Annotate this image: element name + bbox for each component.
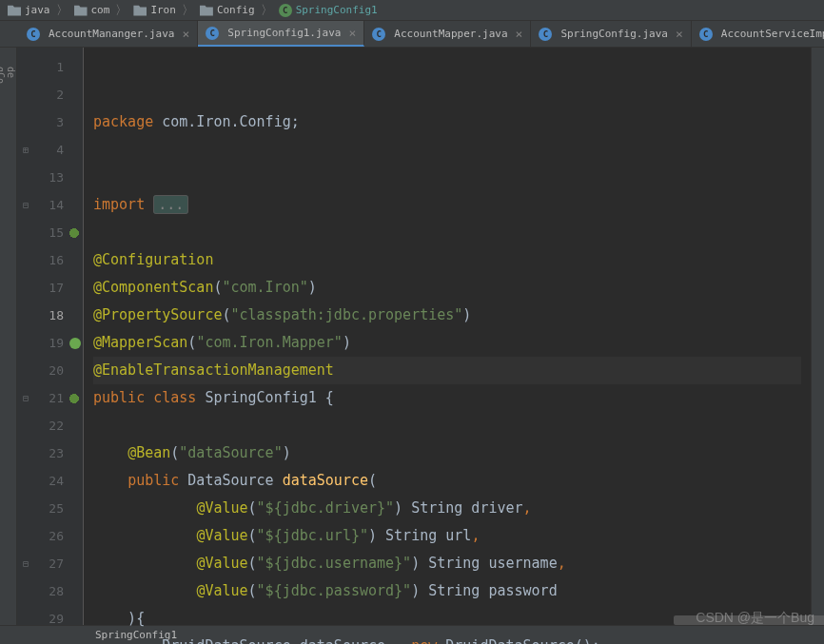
file-icon: C [206, 27, 219, 40]
line-number[interactable]: 28 [17, 577, 83, 605]
code-line[interactable]: @Bean("dataSource") [93, 439, 801, 467]
line-number[interactable]: 21⊟ [17, 384, 83, 412]
code-line[interactable]: @PropertySource("classpath:jdbc.properti… [93, 302, 801, 329]
code-token: ) [283, 444, 291, 461]
breadcrumb-separator: 〉 [56, 2, 69, 19]
code-line[interactable]: public DataSource dataSource( [93, 467, 801, 495]
code-token: ) [343, 334, 351, 351]
line-number[interactable]: 16 [17, 246, 83, 274]
code-line[interactable]: @Value("${jdbc.driver}") String driver, [93, 495, 801, 522]
bean-icon[interactable] [68, 226, 81, 240]
editor-tab[interactable]: CAccountMananger.java× [19, 21, 198, 47]
code-line[interactable] [93, 219, 801, 246]
code-line[interactable] [93, 136, 801, 164]
gutter: 1234⊞1314⊟15161718192021⊟222324252627⊟28… [17, 48, 84, 625]
close-icon[interactable]: × [516, 27, 523, 41]
code-line[interactable] [93, 164, 801, 191]
code-token: ( [248, 555, 257, 572]
code-editor[interactable]: package com.Iron.Config;import ...@Confi… [84, 48, 811, 625]
line-number[interactable]: 23 [17, 439, 83, 467]
close-icon[interactable]: × [676, 27, 683, 41]
code-token: @Configuration [93, 251, 213, 268]
line-number[interactable]: 15 [17, 219, 83, 246]
fold-icon[interactable]: ⊟ [17, 191, 29, 219]
tab-label: AccountMananger.java [49, 28, 174, 40]
breadcrumb-item[interactable]: Iron [129, 4, 180, 16]
code-token: ( [368, 472, 377, 489]
code-token: ; [291, 113, 300, 130]
line-number[interactable]: 26 [17, 522, 83, 550]
code-token: @Value [196, 555, 247, 572]
breadcrumb-item[interactable]: com [70, 4, 114, 16]
folder-icon [74, 5, 88, 16]
line-number[interactable]: 19 [17, 329, 83, 357]
line-number[interactable]: 4⊞ [17, 136, 83, 164]
code-line[interactable]: public class SpringConfig1 { [93, 384, 801, 412]
tool-tab[interactable]: gCo [0, 67, 6, 606]
line-number[interactable]: 24 [17, 467, 83, 495]
code-line[interactable]: @Configuration [93, 246, 801, 274]
editor-tab[interactable]: CAccountServiceImp.java× [692, 21, 824, 47]
fold-icon[interactable]: ⊟ [17, 384, 29, 412]
code-line[interactable] [93, 412, 801, 439]
code-line[interactable]: @Value("${jdbc.username}") String userna… [93, 550, 801, 577]
file-icon: C [27, 28, 40, 41]
breadcrumb-item[interactable]: CSpringConfig1 [275, 4, 382, 17]
code-token: com.Iron.Config [162, 113, 290, 130]
code-token: SpringConfig1 { [205, 389, 333, 406]
code-token [93, 472, 128, 489]
code-line[interactable]: @EnableTransactionManagement [93, 357, 801, 384]
line-number[interactable]: 17 [17, 274, 83, 302]
line-number[interactable]: 22 [17, 412, 83, 439]
code-token: , [523, 499, 532, 517]
fold-icon[interactable]: ⊟ [17, 550, 29, 577]
line-number[interactable]: 29 [17, 605, 83, 633]
code-line[interactable]: @Value("${jdbc.url}") String url, [93, 522, 801, 550]
editor-tab[interactable]: CSpringConfig1.java× [198, 21, 364, 47]
code-token: dataSource [283, 472, 368, 489]
breadcrumb-separator: 〉 [115, 2, 128, 19]
error-stripe[interactable] [811, 48, 824, 625]
code-line[interactable]: @ComponentScan("com.Iron") [93, 274, 801, 302]
line-number[interactable]: 14⊟ [17, 191, 83, 219]
code-token: @Value [196, 527, 247, 544]
line-number[interactable]: 1 [17, 53, 83, 81]
editor-tabs: CAccountMananger.java×CSpringConfig1.jav… [0, 21, 824, 48]
editor-tab[interactable]: CAccountMapper.java× [364, 21, 531, 47]
line-number[interactable]: 25 [17, 495, 83, 522]
line-number[interactable]: 13 [17, 164, 83, 191]
line-number[interactable]: 27⊟ [17, 550, 83, 577]
code-token: @MapperScan [93, 334, 187, 351]
code-line[interactable]: @Value("${jdbc.password}") String passwo… [93, 577, 801, 605]
code-token: "${jdbc.url}" [257, 527, 368, 544]
code-line[interactable]: @MapperScan("com.Iron.Mapper") [93, 329, 801, 357]
bean-icon[interactable] [68, 392, 81, 405]
line-number[interactable]: 2 [17, 81, 83, 108]
close-icon[interactable]: × [349, 26, 357, 40]
code-line[interactable]: import ... [93, 191, 801, 219]
code-token: ... [153, 195, 188, 214]
code-line[interactable]: package com.Iron.Config; [93, 108, 801, 136]
breadcrumb-label: Iron [150, 4, 176, 16]
line-number[interactable]: 18 [17, 302, 83, 329]
close-icon[interactable]: × [182, 27, 189, 41]
editor-tab[interactable]: CSpringConfig.java× [531, 21, 691, 47]
breadcrumb-item[interactable]: Config [196, 4, 259, 16]
fold-icon[interactable]: ⊞ [17, 136, 29, 164]
code-token [93, 499, 196, 517]
code-token: package [93, 113, 162, 130]
folder-icon [133, 5, 147, 16]
code-line[interactable]: DruidDataSource dataSource = new DruidDa… [93, 633, 801, 644]
code-token: "dataSource" [179, 444, 282, 461]
tool-tab[interactable]: de [6, 67, 16, 606]
code-token: ( [248, 582, 257, 599]
code-token [93, 555, 196, 572]
breadcrumb-item[interactable]: java [4, 4, 54, 16]
breadcrumb-label: SpringConfig1 [296, 4, 378, 16]
line-number[interactable]: 20 [17, 357, 83, 384]
line-number[interactable]: 3 [17, 108, 83, 136]
code-token: DruidDataSource(); [445, 637, 600, 644]
spring-icon[interactable] [69, 338, 81, 349]
tool-window-tabs[interactable]: degCogCountMccouuntSuntMperppeImls [0, 48, 17, 625]
code-token: "${jdbc.driver}" [257, 499, 395, 517]
